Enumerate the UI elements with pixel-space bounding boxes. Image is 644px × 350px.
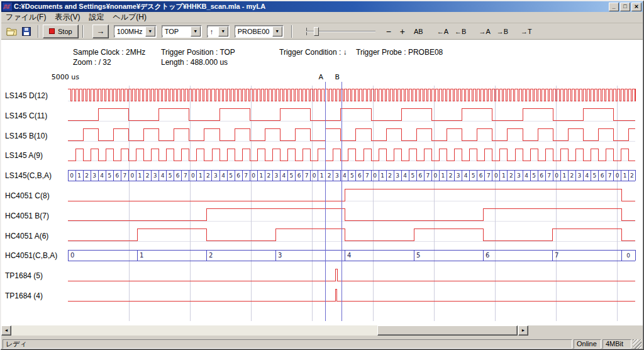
zoom-in-button[interactable]: + bbox=[398, 25, 407, 38]
goto-b-left-button[interactable]: ←B bbox=[453, 26, 468, 37]
bus-value: 4 bbox=[347, 252, 351, 259]
waveform-LS145 B(10) bbox=[68, 129, 635, 141]
channel-label[interactable]: LS145 D(12) bbox=[5, 91, 48, 100]
scroll-right-button[interactable]: ► bbox=[518, 325, 528, 336]
toolbar-separator bbox=[38, 25, 39, 38]
bus-value: 7 bbox=[608, 172, 612, 179]
zoom-slider[interactable] bbox=[306, 25, 375, 38]
horizontal-scrollbar[interactable]: ◄ ► bbox=[1, 325, 528, 336]
scroll-left-button[interactable]: ◄ bbox=[1, 325, 11, 336]
bus-value: 0 bbox=[616, 172, 619, 179]
channel-label[interactable]: HC4051 C(8) bbox=[5, 191, 50, 200]
bus-value: 4 bbox=[282, 172, 286, 179]
resize-grip[interactable] bbox=[633, 339, 641, 349]
window-title: C:¥Documents and Settings¥noname¥デスクトップ¥… bbox=[14, 2, 606, 11]
menu-help[interactable]: ヘルプ(H) bbox=[108, 11, 151, 24]
status-ready: レディ bbox=[3, 339, 572, 349]
chevron-down-icon[interactable]: ▼ bbox=[218, 26, 228, 37]
bus-value: 7 bbox=[305, 172, 309, 179]
scrollbar-strip: ◄ ► bbox=[1, 325, 643, 338]
bus-value: 3 bbox=[92, 172, 96, 179]
stop-button[interactable]: Stop bbox=[43, 25, 79, 38]
bus-value: 2 bbox=[267, 172, 270, 179]
bus-value: 5 bbox=[350, 172, 354, 179]
goto-trigger-button[interactable]: →T bbox=[519, 26, 534, 37]
channel-label[interactable]: LS145(C,B,A) bbox=[5, 171, 52, 180]
bus-value: 7 bbox=[365, 172, 369, 179]
toolbar-separator bbox=[82, 25, 84, 38]
trigger-edge-select[interactable]: ↑ ▼ bbox=[207, 25, 230, 38]
channel-label[interactable]: LS145 A(9) bbox=[5, 151, 43, 160]
channel-label[interactable]: TP1684 (4) bbox=[5, 291, 43, 300]
chevron-down-icon[interactable]: ▼ bbox=[145, 26, 155, 37]
bus-value: 3 bbox=[214, 172, 218, 179]
save-button[interactable] bbox=[19, 25, 34, 38]
bus-value: 6 bbox=[540, 172, 543, 179]
bus-value: 5 bbox=[472, 172, 475, 179]
close-button[interactable]: × bbox=[631, 3, 641, 11]
menu-file[interactable]: ファイル(F) bbox=[1, 11, 50, 24]
menu-view[interactable]: 表示(V) bbox=[50, 11, 84, 24]
channel-label[interactable]: HC4051 A(6) bbox=[5, 232, 48, 240]
bus-value: 6 bbox=[176, 172, 180, 179]
goto-a-left-button[interactable]: ←A bbox=[435, 26, 450, 37]
bus-value: 1 bbox=[441, 172, 445, 179]
bus-value: 1 bbox=[380, 172, 384, 179]
zoom-out-button[interactable]: − bbox=[384, 25, 393, 38]
waveform-LS145 C(11) bbox=[68, 109, 635, 121]
bus-value: 1 bbox=[562, 172, 566, 179]
scrollbar-thumb[interactable] bbox=[377, 325, 518, 336]
bus-value: 3 bbox=[278, 252, 282, 259]
cursor-a-label: A bbox=[318, 73, 323, 81]
channel-label[interactable]: LS145 C(11) bbox=[5, 111, 47, 120]
channel-label[interactable]: LS145 B(10) bbox=[5, 132, 47, 140]
bus-value: 2 bbox=[328, 172, 331, 179]
channel-label[interactable]: HC4051(C,B,A) bbox=[5, 251, 57, 260]
app-icon bbox=[3, 3, 12, 11]
bus-value: 6 bbox=[486, 252, 489, 259]
trigger-probe-value: PROBE00 bbox=[235, 28, 272, 35]
open-button[interactable] bbox=[4, 25, 19, 38]
bus-value: 2 bbox=[630, 172, 634, 179]
bus-value: 7 bbox=[426, 172, 430, 179]
channel-label[interactable]: HC4051 B(7) bbox=[5, 212, 49, 220]
waveform-HC4051 A(6) bbox=[68, 229, 635, 241]
minimize-button[interactable]: _ bbox=[609, 3, 619, 11]
bus-value: 3 bbox=[153, 172, 157, 179]
sample-rate-select[interactable]: 100MHz ▼ bbox=[114, 25, 157, 38]
bus-value: 7 bbox=[555, 252, 558, 259]
trigger-probe-select[interactable]: PROBE00 ▼ bbox=[235, 25, 284, 38]
bus-value: 1 bbox=[259, 172, 263, 179]
maximize-button[interactable]: □ bbox=[620, 3, 630, 11]
bus-value: 2 bbox=[570, 172, 574, 179]
bus-value: 3 bbox=[396, 172, 399, 179]
bus-value: 3 bbox=[517, 172, 521, 179]
zoom-slider-thumb[interactable] bbox=[314, 27, 319, 36]
bus-value: 5 bbox=[169, 172, 172, 179]
cursor-ab-button[interactable]: AB bbox=[412, 26, 425, 37]
goto-b-right-button[interactable]: →B bbox=[495, 26, 510, 37]
bus-value: 7 bbox=[487, 172, 491, 179]
trigger-probe-info: Trigger Probe : PROBE08 bbox=[356, 48, 443, 57]
bus-value: 3 bbox=[275, 172, 279, 179]
waveform-HC4051 B(7) bbox=[68, 209, 635, 221]
channel-label[interactable]: TP1684 (5) bbox=[5, 271, 43, 280]
trigger-position-select[interactable]: TOP ▼ bbox=[162, 25, 202, 38]
chevron-down-icon[interactable]: ▼ bbox=[191, 26, 201, 37]
menu-settings[interactable]: 設定 bbox=[84, 11, 108, 24]
bus-value: 0 bbox=[70, 172, 74, 179]
bus-value: 2 bbox=[85, 172, 89, 179]
cursor-b-label: B bbox=[335, 73, 340, 81]
trigger-position-info: Trigger Position : TOP bbox=[161, 48, 235, 57]
waveform-canvas[interactable]: 5000 us012345670123456701234567012345670… bbox=[0, 71, 644, 325]
chevron-down-icon[interactable]: ▼ bbox=[272, 26, 282, 37]
bus-value: 0 bbox=[494, 172, 498, 179]
bus-value: 5 bbox=[290, 172, 294, 179]
goto-a-right-button[interactable]: →A bbox=[477, 26, 492, 37]
zoom-info: Zoom : / 32 bbox=[73, 58, 111, 67]
run-button[interactable]: → bbox=[92, 25, 109, 38]
bus-value: 1 bbox=[199, 172, 203, 179]
menubar: ファイル(F) 表示(V) 設定 ヘルプ(H) bbox=[1, 12, 643, 23]
bus-value: 3 bbox=[457, 172, 460, 179]
bus-value: 4 bbox=[403, 172, 407, 179]
